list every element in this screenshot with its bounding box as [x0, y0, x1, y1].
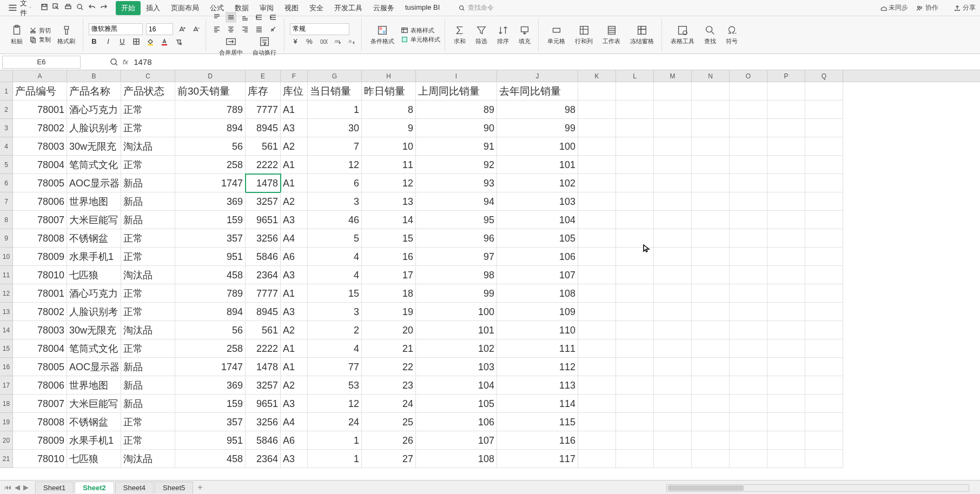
cell[interactable]: 258: [175, 339, 246, 358]
cell[interactable]: 91: [416, 137, 497, 156]
cell[interactable]: [578, 211, 616, 229]
cell[interactable]: 96: [416, 229, 497, 248]
cell[interactable]: A4: [281, 413, 308, 431]
row-header-15[interactable]: 15: [0, 339, 13, 358]
cell[interactable]: [730, 229, 767, 248]
cell[interactable]: 106: [416, 413, 497, 431]
wrap-button[interactable]: 自动换行: [249, 35, 280, 58]
cell[interactable]: [654, 339, 692, 358]
cell[interactable]: [692, 395, 730, 413]
cell[interactable]: [654, 229, 692, 248]
cell[interactable]: [767, 211, 805, 229]
cell[interactable]: [616, 376, 654, 395]
cell[interactable]: 新品: [121, 192, 175, 211]
cell[interactable]: [730, 119, 767, 137]
cell[interactable]: 78005: [13, 358, 67, 376]
row-header-8[interactable]: 8: [0, 211, 13, 229]
cell[interactable]: [805, 137, 843, 156]
col-header-N[interactable]: N: [692, 70, 730, 82]
cell[interactable]: [730, 413, 767, 431]
cell[interactable]: [805, 229, 843, 248]
cell[interactable]: [692, 174, 730, 192]
cell[interactable]: 9: [362, 119, 416, 137]
cell[interactable]: 369: [175, 192, 246, 211]
cell[interactable]: 新品: [121, 211, 175, 229]
table-tools-button[interactable]: 表格工具: [667, 23, 698, 46]
sort-button[interactable]: 排序: [494, 23, 512, 46]
cell[interactable]: 淘汰品: [121, 137, 175, 156]
cell[interactable]: 78008: [13, 229, 67, 248]
cell[interactable]: 4: [308, 266, 362, 284]
sheet-prev[interactable]: ◀: [15, 483, 20, 491]
cell[interactable]: 笔筒式文化: [67, 156, 121, 174]
cell[interactable]: 大米巨能写: [67, 211, 121, 229]
cell[interactable]: [767, 284, 805, 303]
cell[interactable]: [730, 266, 767, 284]
cell[interactable]: 78003: [13, 137, 67, 156]
cell[interactable]: 30: [308, 119, 362, 137]
cell[interactable]: 正常: [121, 431, 175, 450]
cell[interactable]: 19: [362, 303, 416, 321]
cell[interactable]: 159: [175, 211, 246, 229]
cell[interactable]: 2: [308, 321, 362, 339]
worksheet-button[interactable]: 工作表: [599, 23, 624, 46]
row-header-2[interactable]: 2: [0, 101, 13, 119]
col-header-M[interactable]: M: [654, 70, 692, 82]
cell[interactable]: [805, 82, 843, 101]
cell[interactable]: 15: [362, 229, 416, 248]
cell[interactable]: [654, 321, 692, 339]
cell[interactable]: 正常: [121, 101, 175, 119]
row-header-9[interactable]: 9: [0, 229, 13, 248]
cell[interactable]: [767, 137, 805, 156]
cell[interactable]: [805, 358, 843, 376]
sheet-tab-Sheet5[interactable]: Sheet5: [155, 482, 193, 493]
cell[interactable]: [692, 358, 730, 376]
cell[interactable]: 12: [308, 395, 362, 413]
cell[interactable]: 101: [497, 156, 578, 174]
cell[interactable]: [692, 211, 730, 229]
sheet-next[interactable]: ▶: [23, 483, 29, 491]
cell[interactable]: 22: [362, 358, 416, 376]
cell[interactable]: 水果手机1: [67, 248, 121, 266]
cell[interactable]: 24: [362, 395, 416, 413]
cell[interactable]: 369: [175, 376, 246, 395]
fill-button[interactable]: 填充: [515, 23, 534, 46]
cell[interactable]: [692, 376, 730, 395]
cell[interactable]: [767, 321, 805, 339]
sheet-tab-Sheet2[interactable]: Sheet2: [75, 482, 114, 493]
cell[interactable]: [578, 156, 616, 174]
row-header-10[interactable]: 10: [0, 248, 13, 266]
cell[interactable]: 109: [497, 303, 578, 321]
cell[interactable]: [692, 119, 730, 137]
cell[interactable]: [767, 101, 805, 119]
indent-decrease[interactable]: [254, 12, 264, 23]
cell[interactable]: 不锈钢盆: [67, 229, 121, 248]
font-color-button[interactable]: [159, 36, 170, 47]
cell[interactable]: [805, 101, 843, 119]
cell[interactable]: 789: [175, 284, 246, 303]
row-header-14[interactable]: 14: [0, 321, 13, 339]
cell[interactable]: [654, 395, 692, 413]
cell[interactable]: 2364: [246, 266, 281, 284]
cell[interactable]: 99: [416, 284, 497, 303]
cell[interactable]: [578, 321, 616, 339]
cell[interactable]: [730, 450, 767, 468]
cell[interactable]: A3: [281, 211, 308, 229]
cell[interactable]: [767, 395, 805, 413]
cell[interactable]: 78002: [13, 119, 67, 137]
cell[interactable]: [578, 284, 616, 303]
col-header-K[interactable]: K: [578, 70, 616, 82]
cell[interactable]: A2: [281, 376, 308, 395]
cell[interactable]: 8945: [246, 303, 281, 321]
cell[interactable]: [654, 192, 692, 211]
cell[interactable]: 1: [308, 431, 362, 450]
col-header-O[interactable]: O: [730, 70, 767, 82]
cell[interactable]: AOC显示器: [67, 174, 121, 192]
grid-body[interactable]: 1产品编号产品名称产品状态前30天销量库存库位当日销量昨日销量上周同比销量去年同…: [0, 82, 980, 492]
paste-button[interactable]: 粘贴: [8, 23, 26, 46]
cell[interactable]: 世界地图: [67, 192, 121, 211]
row-header-4[interactable]: 4: [0, 137, 13, 156]
cell[interactable]: [805, 395, 843, 413]
cell[interactable]: [616, 174, 654, 192]
cell[interactable]: 78005: [13, 174, 67, 192]
